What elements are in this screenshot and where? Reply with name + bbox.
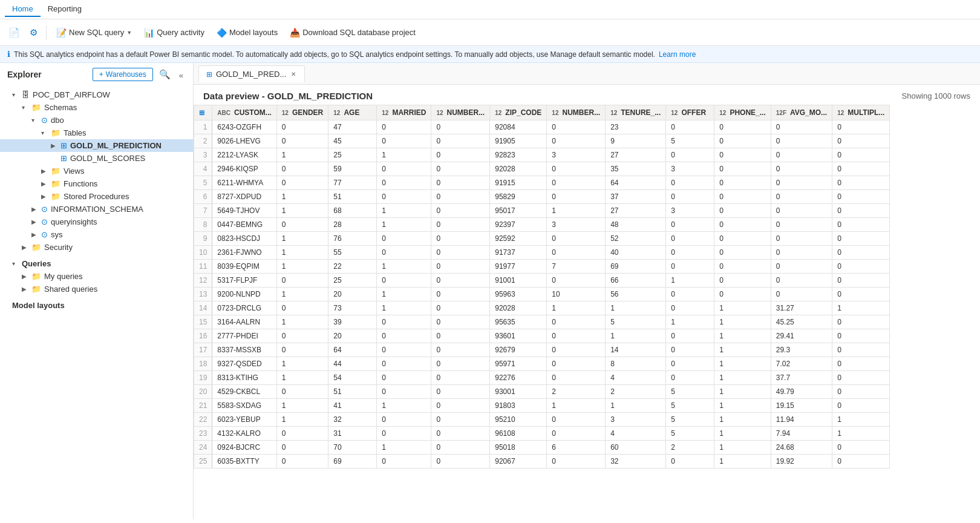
table-cell: 60 [606, 441, 666, 455]
sidebar-item-shared-queries[interactable]: ▶ 📁 Shared queries [0, 283, 193, 295]
sidebar-item-tables[interactable]: ▾ 📁 Tables [0, 127, 193, 139]
sidebar-item-queries[interactable]: ▾ Queries [0, 257, 193, 270]
col-type-badge-multipl: 12 [837, 110, 844, 116]
tab-gold-ml-prediction[interactable]: ⊞ GOLD_ML_PRED... ✕ [198, 65, 305, 82]
sidebar-item-model-layouts[interactable]: Model layouts [0, 299, 193, 312]
sidebar-item-security[interactable]: ▶ 📁 Security [0, 241, 193, 254]
tab-bar: ⊞ GOLD_ML_PRED... ✕ [194, 63, 980, 85]
table-row[interactable]: 153164-AALRN1390095635051145.250 [194, 315, 890, 329]
warehouses-button[interactable]: + Warehouses [93, 68, 153, 81]
sidebar-item-schemas[interactable]: ▾ 📁 Schemas [0, 101, 193, 114]
sidebar-item-information-schema[interactable]: ▶ ⊙ INFORMATION_SCHEMA [0, 203, 193, 215]
info-message: This SQL analytics endpoint has a defaul… [14, 50, 655, 59]
chevron-down-icon-2: ▾ [22, 104, 29, 111]
table-row[interactable]: 256035-BXTTY06900920670320119.920 [194, 455, 890, 469]
table-row[interactable]: 198313-KTIHG1540092276040137.70 [194, 371, 890, 385]
sidebar-item-poc-airflow[interactable]: ▾ 🗄 POC_DBT_AIRFLOW [0, 88, 193, 101]
table-row[interactable]: 240924-BJCRC07010950186602124.680 [194, 441, 890, 455]
table-row[interactable]: 125317-FLPJF02500910010661000 [194, 274, 890, 288]
col-header-number1[interactable]: 12 NUMBER... [431, 105, 490, 120]
col-header-offer[interactable]: 12 OFFER [666, 105, 714, 120]
col-header-age[interactable]: 12 AGE [328, 105, 377, 120]
table-row[interactable]: 32212-LYASK12510928233270000 [194, 148, 890, 162]
table-cell: 0 [714, 134, 771, 148]
table-row[interactable]: 162777-PHDEI0200093601010129.410 [194, 329, 890, 343]
table-cell: 0 [832, 315, 890, 329]
sidebar-item-my-queries[interactable]: ▶ 📁 My queries [0, 270, 193, 283]
table-cell: 0 [832, 134, 890, 148]
table-cell: 0 [666, 232, 714, 246]
table-row[interactable]: 140723-DRCLG0731092028110131.271 [194, 301, 890, 315]
table-row[interactable]: 102361-FJWNO15500917370400000 [194, 246, 890, 260]
search-button[interactable]: 🔍 [157, 68, 173, 81]
table-row[interactable]: 80447-BEMNG02810923973480000 [194, 218, 890, 232]
table-row[interactable]: 42946-KIQSP05900920280353000 [194, 162, 890, 176]
table-cell: 25 [328, 148, 377, 162]
col-label-age: AGE [344, 108, 359, 117]
table-cell: 0 [714, 288, 771, 301]
table-row[interactable]: 68727-XDPUD15100958290370000 [194, 190, 890, 204]
new-item-button[interactable]: 📄 [5, 25, 24, 41]
table-cell: 0 [714, 274, 771, 288]
col-label-number1: NUMBER... [447, 108, 485, 117]
table-cell: 1 [276, 288, 328, 301]
table-cell: 0 [832, 399, 890, 413]
table-row[interactable]: 234132-KALRO031009610804517.941 [194, 427, 890, 441]
col-header-number2[interactable]: 12 NUMBER... [547, 105, 606, 120]
tab-reporting[interactable]: Reporting [41, 2, 89, 17]
table-cell: 0 [666, 246, 714, 260]
table-cell: 0 [276, 218, 328, 232]
sidebar-item-views[interactable]: ▶ 📁 Views [0, 165, 193, 177]
sidebar-item-functions[interactable]: ▶ 📁 Functions [0, 177, 193, 190]
col-header-multipl[interactable]: 12 MULTIPL... [832, 105, 890, 120]
table-cell: 44 [328, 357, 377, 371]
col-header-gender[interactable]: 12 GENDER [276, 105, 328, 120]
table-cell: 9200-NLNPD [212, 288, 276, 301]
table-cell: 9 [606, 134, 666, 148]
sidebar-item-gold-ml-scores[interactable]: ⊞ GOLD_ML_SCORES [0, 152, 193, 165]
table-cell: 0 [276, 427, 328, 441]
table-row[interactable]: 189327-QSDED144009597108017.020 [194, 357, 890, 371]
table-row[interactable]: 29026-LHEVG0450091905095000 [194, 134, 890, 148]
table-row[interactable]: 90823-HSCDJ17600925920520000 [194, 232, 890, 246]
table-cell: 0 [431, 260, 490, 274]
query-activity-button[interactable]: 📊 Query activity [139, 25, 209, 41]
download-sql-button[interactable]: 📥 Download SQL database project [285, 25, 420, 41]
table-row[interactable]: 118039-EQPIM12210919777690000 [194, 260, 890, 274]
col-header-phone[interactable]: 12 PHONE_... [714, 105, 771, 120]
sidebar-item-stored-procedures[interactable]: ▶ 📁 Stored Procedures [0, 190, 193, 203]
sidebar-item-queryinsights[interactable]: ▶ ⊙ queryinsights [0, 215, 193, 228]
tab-home[interactable]: Home [5, 2, 41, 17]
col-header-tenure[interactable]: 12 TENURE_... [606, 105, 666, 120]
col-header-married[interactable]: 12 MARRIED [377, 105, 431, 120]
new-item-icon: 📄 [8, 27, 20, 38]
table-container[interactable]: ⊞ ABC CUSTOM... 12 [194, 105, 980, 519]
settings-button[interactable]: ⚙ [26, 25, 41, 41]
table-row[interactable]: 56211-WHMYA07700919150640000 [194, 176, 890, 190]
table-row[interactable]: 215583-SXDAG1411091803115119.150 [194, 399, 890, 413]
model-layouts-button[interactable]: 🔷 Model layouts [212, 25, 283, 41]
table-row[interactable]: 178337-MSSXB06400926790140129.30 [194, 343, 890, 357]
table-cell: 40 [606, 246, 666, 260]
table-icon: ⊞ [60, 141, 67, 150]
table-row[interactable]: 139200-NLNPD120109596310560000 [194, 288, 890, 301]
col-header-zipcode[interactable]: 12 ZIP_CODE [490, 105, 547, 120]
col-header-customer[interactable]: ABC CUSTOM... [212, 105, 276, 120]
table-cell: 0 [377, 455, 431, 469]
table-cell: 1 [714, 441, 771, 455]
sidebar-item-sys[interactable]: ▶ ⊙ sys [0, 228, 193, 241]
collapse-sidebar-button[interactable]: « [177, 68, 186, 81]
information-schema-label: INFORMATION_SCHEMA [51, 205, 143, 214]
table-row[interactable]: 16243-OZGFH04700920840230000 [194, 120, 890, 134]
new-sql-query-button[interactable]: 📝 New SQL query ▼ [51, 25, 137, 41]
col-header-avgmo[interactable]: 12F AVG_MO... [771, 105, 832, 120]
sidebar-item-dbo[interactable]: ▾ ⊙ dbo [0, 114, 193, 127]
learn-more-link[interactable]: Learn more [659, 50, 696, 59]
tab-close-icon[interactable]: ✕ [290, 71, 297, 77]
table-cell: 95971 [490, 357, 547, 371]
table-row[interactable]: 75649-TJHOV16810950171273000 [194, 204, 890, 218]
data-preview-header: Data preview - GOLD_ML_PREDICTION Showin… [194, 85, 980, 105]
table-row[interactable]: 226023-YEBUP1320095210035111.941 [194, 413, 890, 427]
table-row[interactable]: 204529-CKBCL0510093001225149.790 [194, 385, 890, 399]
sidebar-item-gold-ml-prediction[interactable]: ▶ ⊞ GOLD_ML_PREDICTION [0, 139, 193, 152]
